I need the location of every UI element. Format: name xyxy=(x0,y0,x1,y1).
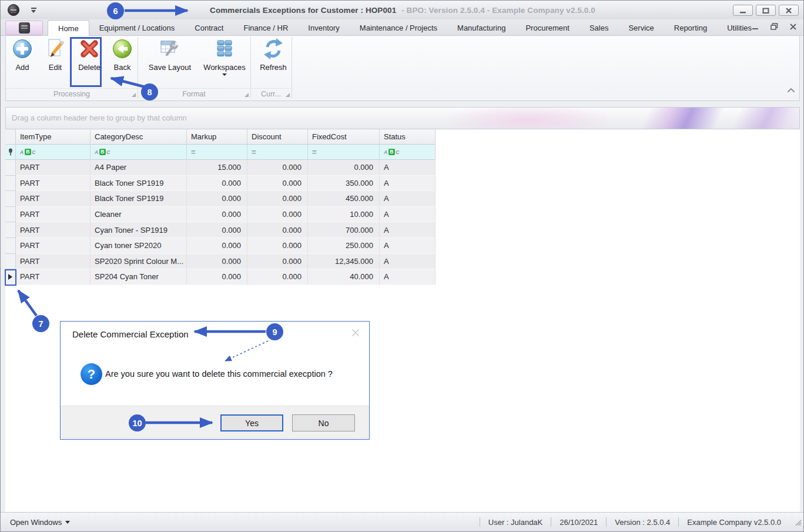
dialog-footer: Yes No xyxy=(61,406,369,439)
table-row[interactable]: PARTBlack Toner SP19190.0000.000450.000A xyxy=(5,191,800,207)
column-header-markup[interactable]: Markup xyxy=(187,129,247,145)
close-button[interactable] xyxy=(779,5,799,16)
open-windows-dropdown[interactable]: Open Windows xyxy=(10,518,70,527)
equals-filter-icon: = xyxy=(252,148,256,156)
column-header-status[interactable]: Status xyxy=(380,129,436,145)
ribbon-group-currency: Curr... xyxy=(250,88,292,99)
save-layout-button[interactable]: Save Layout xyxy=(146,38,194,72)
cell-categorydesc: A4 Paper xyxy=(91,160,187,176)
column-header-itemtype[interactable]: ItemType xyxy=(16,129,91,145)
cell-markup: 0.000 xyxy=(187,191,247,207)
mdi-restore-icon[interactable] xyxy=(771,23,778,30)
question-icon: ? xyxy=(81,363,102,385)
ribbon-collapse-button[interactable] xyxy=(786,86,796,97)
app-icon xyxy=(8,4,19,16)
cell-itemtype: PART xyxy=(16,238,91,254)
menu-tab-row: HomeEquipment / LocationsContractFinance… xyxy=(1,19,804,36)
minimize-button[interactable] xyxy=(733,5,753,16)
tab-maintenance-projects[interactable]: Maintenance / Projects xyxy=(350,19,447,36)
maximize-button[interactable] xyxy=(756,5,776,16)
workspaces-label: Workspaces xyxy=(203,63,245,72)
cell-categorydesc: Black Toner SP1919 xyxy=(91,191,187,207)
ribbon: Add Edit Delete Back xyxy=(5,36,800,101)
table-row[interactable]: PARTA4 Paper15.0000.0000.000A xyxy=(5,160,800,176)
close-icon xyxy=(785,7,792,14)
cell-status: A xyxy=(380,254,436,270)
edit-icon xyxy=(44,38,66,60)
cell-markup: 0.000 xyxy=(187,222,247,238)
add-label: Add xyxy=(15,63,29,72)
no-button[interactable]: No xyxy=(292,414,355,431)
table-row[interactable]: PARTSP204 Cyan Toner0.0000.00040.000A xyxy=(5,269,800,285)
cell-fixedcost: 10.000 xyxy=(308,207,380,223)
callout-6: 6 xyxy=(107,2,124,19)
equals-filter-icon: = xyxy=(312,148,317,156)
dialog-close-button[interactable] xyxy=(351,329,360,339)
filter-cell-itemtype[interactable]: ABC xyxy=(16,145,91,160)
resize-grip-icon xyxy=(794,518,802,527)
table-row[interactable]: PARTSP2020 Sprint Colour M...0.0000.0001… xyxy=(5,254,800,270)
table-row[interactable]: PARTCleaner0.0000.00010.000A xyxy=(5,207,800,223)
statusbar-item: Example Company v2.5.0.0 xyxy=(687,518,781,527)
row-indicator xyxy=(5,238,16,254)
cell-markup: 15.000 xyxy=(187,160,247,176)
dialog-title: Delete Commercial Exception xyxy=(72,329,189,339)
tab-equipment-locations[interactable]: Equipment / Locations xyxy=(89,19,185,36)
mdi-minimize-icon[interactable] xyxy=(752,24,759,30)
refresh-label: Refresh xyxy=(260,63,287,72)
application-menu-button[interactable] xyxy=(5,21,43,35)
tab-service[interactable]: Service xyxy=(618,19,664,36)
statusbar-item: 26/10/2021 xyxy=(560,518,598,527)
dialog-close-icon xyxy=(351,329,360,337)
tab-contract[interactable]: Contract xyxy=(185,19,233,36)
add-button[interactable]: Add xyxy=(7,38,38,72)
cell-discount: 0.000 xyxy=(247,176,308,192)
table-row[interactable]: PARTCyan Toner - SP19190.0000.000700.000… xyxy=(5,222,800,238)
column-header-fixedcost[interactable]: FixedCost xyxy=(308,129,380,145)
mdi-close-icon[interactable] xyxy=(790,24,796,30)
filter-cell-fixedcost[interactable]: = xyxy=(308,145,380,160)
delete-button[interactable]: Delete xyxy=(73,38,106,72)
tab-finance-hr[interactable]: Finance / HR xyxy=(233,19,298,36)
quick-access-dropdown-icon[interactable] xyxy=(31,8,37,13)
table-row[interactable]: PARTBlack Toner SP19190.0000.000350.000A xyxy=(5,176,800,192)
group-panel-hint: Drag a column header here to group by th… xyxy=(12,113,187,122)
row-indicator xyxy=(5,191,16,207)
back-icon xyxy=(111,38,133,60)
workspaces-button[interactable]: Workspaces xyxy=(200,38,249,76)
cell-discount: 0.000 xyxy=(247,191,308,207)
filter-cell-categorydesc[interactable]: ABC xyxy=(91,145,187,160)
callout-10: 10 xyxy=(129,414,146,431)
cell-markup: 0.000 xyxy=(187,238,247,254)
group-dialog-launcher-icon[interactable] xyxy=(132,93,136,97)
cell-itemtype: PART xyxy=(16,254,91,270)
table-row[interactable]: PARTCyan toner SP20200.0000.000250.000A xyxy=(5,238,800,254)
tab-manufacturing[interactable]: Manufacturing xyxy=(447,19,515,36)
cell-categorydesc: Cyan toner SP2020 xyxy=(91,238,187,254)
pushpin-icon xyxy=(8,148,14,156)
tab-home[interactable]: Home xyxy=(48,20,89,36)
minimize-icon xyxy=(739,7,746,14)
tab-sales[interactable]: Sales xyxy=(579,19,619,36)
refresh-button[interactable]: Refresh xyxy=(255,38,292,72)
back-button[interactable]: Back xyxy=(107,38,138,72)
grid-group-panel[interactable]: Drag a column header here to group by th… xyxy=(5,107,800,129)
group-dialog-launcher-icon[interactable] xyxy=(286,93,290,97)
tab-reporting[interactable]: Reporting xyxy=(664,19,717,36)
filter-cell-markup[interactable]: = xyxy=(187,145,247,160)
edit-button[interactable]: Edit xyxy=(40,38,71,72)
yes-button[interactable]: Yes xyxy=(220,414,283,431)
filter-cell-discount[interactable]: = xyxy=(247,145,308,160)
filter-cell-status[interactable]: ABC xyxy=(380,145,436,160)
tab-inventory[interactable]: Inventory xyxy=(298,19,349,36)
group-dialog-launcher-icon[interactable] xyxy=(244,93,249,97)
tab-strip: HomeEquipment / LocationsContractFinance… xyxy=(48,19,762,36)
decorative-swirl xyxy=(723,107,800,129)
filter-pin-cell[interactable] xyxy=(5,145,16,160)
column-header-discount[interactable]: Discount xyxy=(247,129,308,145)
column-header-categorydesc[interactable]: CategoryDesc xyxy=(91,129,187,145)
cell-status: A xyxy=(380,269,436,285)
resize-grip[interactable] xyxy=(794,518,802,529)
edit-label: Edit xyxy=(49,63,62,72)
tab-procurement[interactable]: Procurement xyxy=(515,19,579,36)
